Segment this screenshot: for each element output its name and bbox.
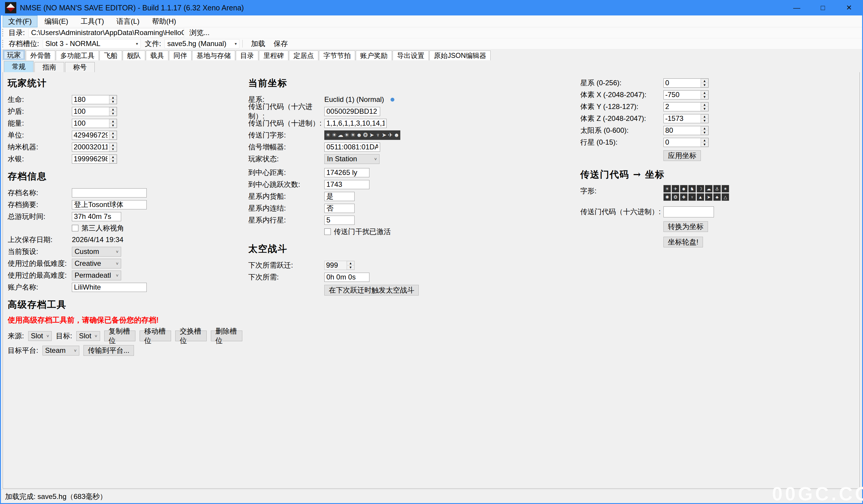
tab-settlement[interactable]: 定居点 [289,50,318,60]
nexus-input[interactable] [324,204,354,213]
voxel-z-stepper[interactable]: ▲▼ [663,114,709,123]
glyph-diplo-button[interactable]: ♞ [688,185,696,192]
distance-input[interactable] [324,168,370,177]
voxel-z-input[interactable] [664,114,701,123]
slot-combobox[interactable]: Slot 3 - NORMAL ▾ [43,39,141,48]
tab-account-rewards[interactable]: 账户奖励 [356,50,392,60]
glyph-tree-button[interactable]: ♣ [713,193,721,201]
file-combobox[interactable]: save5.hg (Manual) ▾ [164,39,239,48]
directory-combobox[interactable]: C:\Users\Administrator\AppData\Roaming\H… [28,28,184,37]
glyph-balloon-button[interactable]: ☁ [705,185,712,192]
glyph-eclipse-button[interactable]: ☽ [697,185,704,192]
menu-tools[interactable]: 工具(T) [75,16,110,27]
copy-slot-button[interactable]: 复制槽位 [104,330,136,341]
tab-fleet[interactable]: 舰队 [123,50,145,60]
tab-catalog[interactable]: 目录 [236,50,258,60]
coords-wheel-button[interactable]: 坐标轮盘! [663,237,703,248]
max-difficulty-dropdown[interactable]: Permadeatl ˅ [72,270,121,280]
freighter-input[interactable] [324,192,354,201]
playtime-input[interactable] [72,212,121,221]
glyph-voxel-button[interactable]: ❖ [680,193,688,201]
glyph-face-button[interactable]: ☻ [680,185,688,192]
swap-slot-button[interactable]: 交换槽位 [175,330,207,341]
glyph-galaxy-button[interactable]: ❂ [672,193,679,201]
units-stepper[interactable]: ▲▼ [72,131,117,140]
move-slot-button[interactable]: 移动槽位 [140,330,171,341]
voxel-y-input[interactable] [664,102,701,111]
units-input[interactable] [72,131,109,140]
tab-base-storage[interactable]: 基地与存储 [192,50,235,60]
platform-dropdown[interactable]: Steam ˅ [42,346,79,355]
shield-stepper[interactable]: ▲▼ [72,107,117,116]
menu-file[interactable]: 文件(F) [3,15,37,27]
player-state-dropdown[interactable]: In Station ˅ [324,154,379,164]
voxel-x-stepper[interactable]: ▲▼ [663,90,709,100]
quicksilver-input[interactable] [72,155,109,163]
tab-export-settings[interactable]: 导出设置 [392,50,429,60]
delete-slot-button[interactable]: 删除槽位 [211,330,242,341]
account-name-input[interactable] [72,283,147,292]
tab-byte-beat[interactable]: 字节节拍 [319,50,355,60]
health-stepper[interactable]: ▲▼ [72,95,117,104]
combat-time-input[interactable] [324,273,370,282]
browse-button[interactable]: 浏览... [187,27,213,38]
portal-interference-checkbox[interactable] [324,228,331,235]
signal-booster-input[interactable] [324,142,380,152]
combat-jumps-stepper[interactable]: ▲▼ [324,261,354,270]
close-button[interactable]: ✕ [836,0,862,15]
save-summary-input[interactable] [72,200,147,210]
nanites-input[interactable] [72,143,109,151]
portal-hex-entry-input[interactable] [663,206,714,217]
portal-hex-input[interactable] [324,107,380,116]
glyph-tent-button[interactable]: ▲ [697,193,704,201]
minimize-button[interactable]: — [784,0,810,15]
tab-vehicle[interactable]: 载具 [146,50,168,60]
glyph-boat-button[interactable]: ⚓ [713,185,721,192]
preset-dropdown[interactable]: Custom ˅ [72,247,121,256]
save-button[interactable]: 保存 [271,38,291,49]
menu-language[interactable]: 语言(L) [111,16,145,27]
transfer-platform-button[interactable]: 传输到平台... [84,345,134,356]
glyph-bird-button[interactable]: ✈ [672,185,679,192]
glyph-fish-button[interactable]: ♆ [688,193,696,201]
apply-coords-button[interactable]: 应用坐标 [663,150,701,161]
planet-input[interactable] [664,138,701,147]
tab-ship[interactable]: 飞船 [100,50,122,60]
voxel-x-input[interactable] [664,91,701,99]
tab-raw-json-editor[interactable]: 原始JSON编辑器 [429,50,491,60]
jumps-input[interactable] [324,180,370,189]
min-difficulty-dropdown[interactable]: Creative ˅ [72,259,121,268]
subtab-titles[interactable]: 称号 [65,62,95,72]
tab-milestones[interactable]: 里程碑 [259,50,288,60]
glyph-dragonfly-button[interactable]: ✺ [663,193,671,201]
save-name-input[interactable] [72,188,147,198]
tab-player[interactable]: 玩家 [3,50,25,60]
shield-input[interactable] [72,107,109,116]
target-slot-dropdown[interactable]: Slot ˅ [76,331,100,341]
tab-companion[interactable]: 同伴 [169,50,191,60]
galaxy-index-input[interactable] [664,79,701,87]
third-person-checkbox[interactable] [72,225,78,231]
toolbar-grip[interactable] [2,40,6,48]
load-button[interactable]: 加载 [248,38,268,49]
menu-help[interactable]: 帮助(H) [147,16,182,27]
combat-jumps-input[interactable] [325,261,347,270]
quicksilver-stepper[interactable]: ▲▼ [72,154,117,164]
energy-stepper[interactable]: ▲▼ [72,119,117,128]
voxel-y-stepper[interactable]: ▲▼ [663,102,709,111]
toolbar-grip[interactable] [2,29,6,37]
trigger-combat-button[interactable]: 在下次跃迁时触发太空战斗 [324,285,419,295]
portal-dec-input[interactable] [324,119,387,128]
source-slot-dropdown[interactable]: Slot ˅ [28,331,52,341]
tab-exosuit[interactable]: 外骨骼 [26,50,55,60]
energy-input[interactable] [72,119,109,128]
health-input[interactable] [72,95,109,104]
solar-system-stepper[interactable]: ▲▼ [663,126,709,135]
galaxy-index-stepper[interactable]: ▲▼ [663,78,709,88]
subtab-general[interactable]: 常规 [4,61,34,72]
glyph-rocket-button[interactable]: ➤ [705,193,712,201]
convert-to-coords-button[interactable]: 转换为坐标 [663,221,708,232]
glyph-bug-button[interactable]: ✶ [722,185,729,192]
planet-stepper[interactable]: ▲▼ [663,138,709,147]
glyph-atlas-button[interactable]: △ [722,193,729,201]
